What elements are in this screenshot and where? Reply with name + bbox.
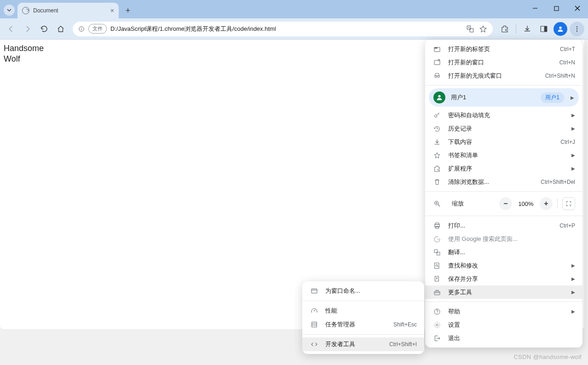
speed-icon xyxy=(310,307,319,314)
info-icon xyxy=(78,26,85,32)
toolbar: 文件 D:/JavaScript课程/1.chrome浏览器开发者工具/code… xyxy=(0,18,588,40)
side-panel-button[interactable] xyxy=(536,22,551,36)
share-icon xyxy=(432,275,442,283)
svg-point-39 xyxy=(314,310,315,311)
tab-icon xyxy=(432,46,442,53)
help-icon xyxy=(432,308,442,315)
bookmark-star-icon[interactable] xyxy=(479,25,487,33)
svg-line-31 xyxy=(438,266,438,267)
chevron-right-icon: ▶ xyxy=(571,276,575,281)
svg-rect-26 xyxy=(436,226,439,228)
menu-separator xyxy=(425,191,582,192)
menu-history[interactable]: 历史记录 ▶ xyxy=(425,122,582,135)
menu-separator xyxy=(425,216,582,216)
svg-rect-1 xyxy=(554,6,559,11)
chevron-right-icon: ▶ xyxy=(571,263,575,268)
reload-button[interactable] xyxy=(37,22,52,36)
translate-icon[interactable] xyxy=(466,25,474,33)
svg-rect-37 xyxy=(311,289,317,293)
code-icon xyxy=(310,341,319,348)
menu-separator xyxy=(425,85,582,86)
key-icon xyxy=(432,112,442,119)
menu-downloads[interactable]: 下载内容 Ctrl+J xyxy=(425,135,582,148)
main-menu-button[interactable] xyxy=(570,22,584,36)
globe-icon xyxy=(22,7,29,14)
svg-rect-33 xyxy=(434,291,440,295)
menu-find-edit[interactable]: 查找和修改 ▶ xyxy=(425,259,582,272)
find-icon xyxy=(432,262,442,269)
menu-zoom: 缩放 − 100% + xyxy=(425,194,582,213)
menu-save-share[interactable]: 保存并分享 ▶ xyxy=(425,272,582,285)
address-bar[interactable]: 文件 D:/JavaScript课程/1.chrome浏览器开发者工具/code… xyxy=(73,22,493,36)
fullscreen-button[interactable] xyxy=(562,197,575,210)
menu-separator xyxy=(302,334,424,335)
avatar-icon xyxy=(433,91,445,103)
menu-google-search[interactable]: 使用 Google 搜索此页面... xyxy=(425,232,582,245)
chevron-right-icon: ▶ xyxy=(571,290,575,295)
zoom-percent: 100% xyxy=(516,200,536,207)
submenu-dev-tools[interactable]: 开发者工具 Ctrl+Shift+I xyxy=(302,337,424,351)
extension-icons xyxy=(497,22,584,36)
profile-button[interactable] xyxy=(553,22,568,36)
menu-exit[interactable]: 退出 xyxy=(425,331,582,345)
menu-new-tab[interactable]: 打开新的标签页 Ctrl+T xyxy=(425,42,582,56)
exit-icon xyxy=(432,335,442,342)
trash-icon xyxy=(432,178,442,186)
menu-print[interactable]: 打印... Ctrl+P xyxy=(425,219,582,232)
google-icon xyxy=(432,235,442,243)
downloads-button[interactable] xyxy=(520,22,535,36)
download-icon xyxy=(432,138,442,146)
new-tab-button[interactable]: + xyxy=(121,4,134,17)
user-badge: 用户1 xyxy=(541,92,564,103)
menu-user-row[interactable]: 用户1 用户1 ▶ xyxy=(429,88,579,107)
close-window-button[interactable] xyxy=(567,0,588,17)
extensions-button[interactable] xyxy=(497,22,512,36)
submenu-performance[interactable]: 性能 xyxy=(302,304,424,318)
zoom-out-button[interactable]: − xyxy=(499,197,512,210)
more-tools-submenu: 为窗口命名... 性能 任务管理器 Shift+Esc 开发者工具 Ctrl+S… xyxy=(302,281,424,354)
menu-new-window[interactable]: 打开新的窗口 Ctrl+N xyxy=(425,56,582,69)
menu-incognito[interactable]: 打开新的无痕式窗口 Ctrl+Shift+N xyxy=(425,69,582,82)
incognito-icon xyxy=(432,72,442,80)
window-icon xyxy=(310,287,319,295)
tab-title: Document xyxy=(33,7,107,14)
chevron-right-icon: ▶ xyxy=(571,113,575,118)
svg-point-11 xyxy=(559,26,561,29)
chevron-right-icon: ▶ xyxy=(571,153,575,158)
menu-clear-data[interactable]: 清除浏览数据... Ctrl+Shift+Del xyxy=(425,175,582,188)
menu-passwords[interactable]: 密码和自动填充 ▶ xyxy=(425,108,582,122)
svg-rect-17 xyxy=(434,60,440,64)
menu-more-tools[interactable]: 更多工具 ▶ xyxy=(425,285,582,299)
toolbox-icon xyxy=(432,289,442,296)
print-icon xyxy=(432,222,442,229)
svg-rect-16 xyxy=(434,47,438,49)
svg-line-21 xyxy=(438,205,440,206)
menu-separator xyxy=(302,301,424,301)
minimize-button[interactable] xyxy=(525,0,546,17)
submenu-name-window[interactable]: 为窗口命名... xyxy=(302,284,424,298)
menu-help[interactable]: 帮助 ▶ xyxy=(425,305,582,318)
chevron-right-icon: ▶ xyxy=(571,166,575,171)
menu-settings[interactable]: 设置 xyxy=(425,318,582,331)
menu-separator xyxy=(425,302,582,302)
submenu-task-manager[interactable]: 任务管理器 Shift+Esc xyxy=(302,318,424,331)
star-icon xyxy=(432,152,442,159)
menu-extensions[interactable]: 扩展程序 ▶ xyxy=(425,162,582,175)
menu-bookmarks[interactable]: 书签和清单 ▶ xyxy=(425,148,582,162)
separator xyxy=(557,199,558,209)
svg-point-13 xyxy=(576,28,577,29)
home-button[interactable] xyxy=(53,22,68,36)
back-button[interactable] xyxy=(4,22,18,36)
watermark: CSDN @handsome-wolf xyxy=(513,354,582,360)
zoom-icon xyxy=(432,200,442,207)
browser-tab[interactable]: Document × xyxy=(17,3,119,18)
main-menu: 打开新的标签页 Ctrl+T 打开新的窗口 Ctrl+N 打开新的无痕式窗口 C… xyxy=(425,40,582,348)
menu-translate[interactable]: 翻译... xyxy=(425,245,582,259)
svg-rect-24 xyxy=(435,223,439,224)
maximize-button[interactable] xyxy=(546,0,567,17)
forward-button[interactable] xyxy=(20,22,35,36)
zoom-in-button[interactable]: + xyxy=(540,197,553,210)
close-tab-button[interactable]: × xyxy=(110,7,114,14)
tab-search-button[interactable] xyxy=(4,5,15,16)
svg-rect-10 xyxy=(544,26,547,32)
